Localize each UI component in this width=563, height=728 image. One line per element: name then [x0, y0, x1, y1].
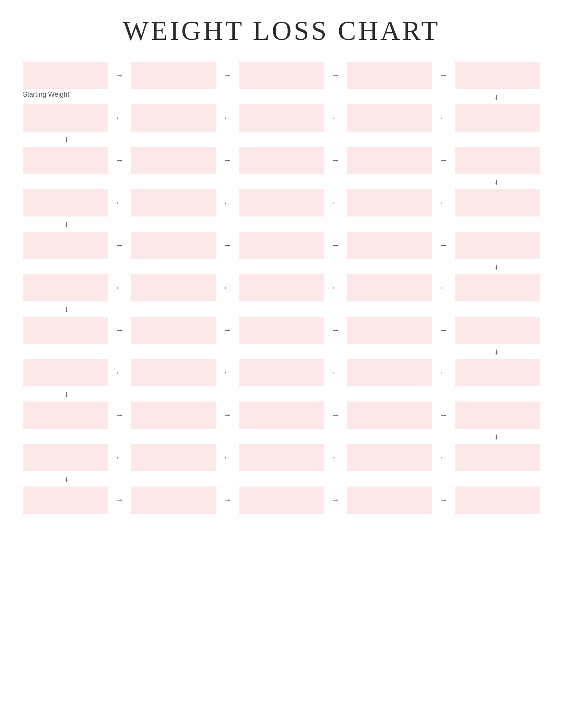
arrow-5-4: → [432, 240, 455, 250]
row-group-11: → → → → [23, 486, 540, 514]
row-group-6: ← ← ← ← ↓ [23, 274, 540, 317]
cell-3-2[interactable] [131, 147, 216, 174]
cell-5-1[interactable] [23, 232, 108, 259]
cell-2-3[interactable] [239, 104, 324, 132]
arrow-8-4: ← [432, 368, 455, 378]
cell-1-3[interactable] [239, 62, 324, 89]
arrow-4-2: ← [216, 198, 239, 208]
cell-6-1[interactable] [23, 274, 108, 301]
down-arrow-icon-1: ↓ [494, 89, 499, 104]
cell-11-2[interactable] [131, 486, 216, 514]
chart-row-2: ← ← ← ← [23, 104, 540, 132]
arrow-5-1: → [108, 240, 131, 250]
down-arrow-icon-9: ↓ [494, 429, 499, 444]
cell-4-4[interactable] [347, 189, 432, 217]
down-arrow-icon-10: ↓ [64, 471, 69, 486]
cell-4-5[interactable] [455, 189, 540, 217]
arrow-7-2: → [216, 325, 239, 335]
cell-10-2[interactable] [131, 444, 216, 471]
down-arrow-icon-2: ↓ [64, 132, 69, 147]
arrow-1-4: → [432, 71, 455, 80]
row-group-8: ← ← ← ← ↓ [23, 359, 540, 402]
arrow-6-3: ← [324, 283, 347, 293]
cell-10-1[interactable] [23, 444, 108, 471]
arrow-11-2: → [216, 495, 239, 505]
cell-1-5[interactable] [455, 62, 540, 89]
arrow-8-1: ← [108, 368, 131, 378]
cell-5-4[interactable] [347, 232, 432, 259]
cell-9-1[interactable] [23, 402, 108, 429]
down-arrow-6: ↓ [23, 301, 540, 317]
cell-1-2[interactable] [131, 62, 216, 89]
cell-3-5[interactable] [455, 147, 540, 174]
cell-7-2[interactable] [131, 317, 216, 344]
down-arrow-7: ↓ [23, 344, 540, 359]
cell-1-1[interactable] [23, 62, 108, 89]
cell-8-1[interactable] [23, 359, 108, 386]
arrow-1-2: → [216, 71, 239, 80]
down-arrow-8: ↓ [23, 386, 540, 402]
cell-10-3[interactable] [239, 444, 324, 471]
cell-4-3[interactable] [239, 189, 324, 217]
down-arrow-icon-4: ↓ [64, 217, 69, 232]
arrow-9-1: → [108, 410, 131, 420]
cell-4-2[interactable] [131, 189, 216, 217]
cell-10-4[interactable] [347, 444, 432, 471]
cell-2-5[interactable] [455, 104, 540, 132]
cell-7-5[interactable] [455, 317, 540, 344]
cell-5-3[interactable] [239, 232, 324, 259]
cell-2-1[interactable] [23, 104, 108, 132]
cell-5-2[interactable] [131, 232, 216, 259]
cell-3-4[interactable] [347, 147, 432, 174]
cell-11-5[interactable] [455, 486, 540, 514]
arrow-1-1: → [108, 71, 131, 80]
cell-6-3[interactable] [239, 274, 324, 301]
cell-8-5[interactable] [455, 359, 540, 386]
row-group-10: ← ← ← ← ↓ [23, 444, 540, 486]
cell-9-3[interactable] [239, 402, 324, 429]
cell-7-1[interactable] [23, 317, 108, 344]
arrow-4-1: ← [108, 198, 131, 208]
cell-2-2[interactable] [131, 104, 216, 132]
arrow-8-2: ← [216, 368, 239, 378]
arrow-9-4: → [432, 410, 455, 420]
cell-9-4[interactable] [347, 402, 432, 429]
cell-3-1[interactable] [23, 147, 108, 174]
cell-5-5[interactable] [455, 232, 540, 259]
arrow-3-2: → [216, 155, 239, 165]
arrow-2-4: ← [432, 113, 455, 123]
cell-11-3[interactable] [239, 486, 324, 514]
cell-2-4[interactable] [347, 104, 432, 132]
arrow-8-3: ← [324, 368, 347, 378]
chart-row-1: → → → → [23, 62, 540, 89]
down-arrow-9: ↓ [23, 429, 540, 444]
arrow-3-3: → [324, 155, 347, 165]
cell-3-3[interactable] [239, 147, 324, 174]
arrow-11-4: → [432, 495, 455, 505]
cell-7-4[interactable] [347, 317, 432, 344]
chart-row-4: ← ← ← ← [23, 189, 540, 217]
row-group-5: → → → → ↓ [23, 232, 540, 274]
cell-9-5[interactable] [455, 402, 540, 429]
down-arrow-10: ↓ [23, 471, 540, 486]
cell-7-3[interactable] [239, 317, 324, 344]
chart-row-5: → → → → [23, 232, 540, 259]
down-arrow-icon-5: ↓ [494, 259, 499, 274]
cell-8-2[interactable] [131, 359, 216, 386]
cell-4-1[interactable] [23, 189, 108, 217]
row-group-1: → → → → Starting Weight ↓ [23, 62, 540, 104]
arrow-1-3: → [324, 71, 347, 80]
cell-6-5[interactable] [455, 274, 540, 301]
cell-10-5[interactable] [455, 444, 540, 471]
cell-9-2[interactable] [131, 402, 216, 429]
cell-6-4[interactable] [347, 274, 432, 301]
cell-1-4[interactable] [347, 62, 432, 89]
cell-8-3[interactable] [239, 359, 324, 386]
down-arrow-icon-8: ↓ [64, 386, 69, 402]
arrow-6-2: ← [216, 283, 239, 293]
cell-11-1[interactable] [23, 486, 108, 514]
chart-row-7: → → → → [23, 317, 540, 344]
cell-8-4[interactable] [347, 359, 432, 386]
cell-6-2[interactable] [131, 274, 216, 301]
cell-11-4[interactable] [347, 486, 432, 514]
